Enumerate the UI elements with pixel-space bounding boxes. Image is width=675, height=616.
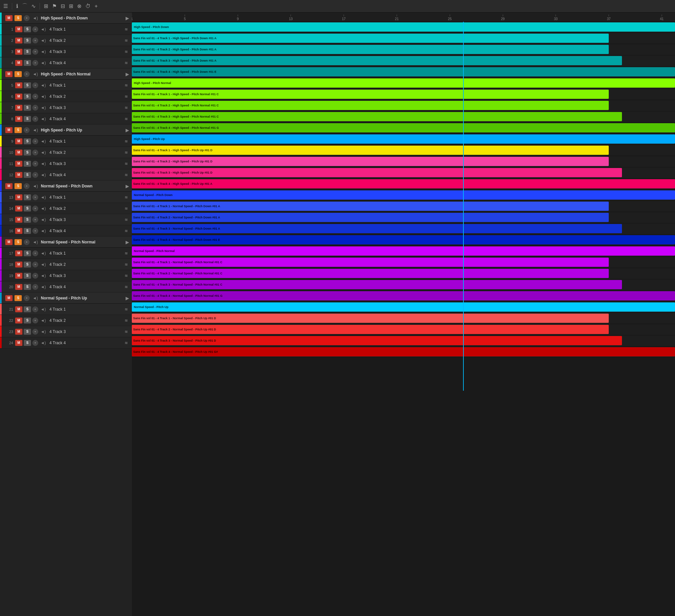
group-clip-g5[interactable]: Normal Speed - Pitch Normal	[132, 246, 675, 256]
clip-track-15[interactable]: Sans Fin vol 01 - 4 Track 3 - Normal Spe…	[132, 224, 622, 233]
group-solo-button-g1[interactable]: S	[14, 15, 22, 21]
clip-track-1[interactable]: Sans Fin vol 01 - 4 Track 1 - High Speed…	[132, 33, 609, 43]
track-mute-button-17[interactable]: M	[15, 250, 22, 256]
track-solo-button-21[interactable]: S	[24, 306, 31, 312]
track-solo-button-9[interactable]: S	[24, 138, 31, 144]
track-solo-button-17[interactable]: S	[24, 250, 31, 256]
track-solo-button-10[interactable]: S	[24, 150, 31, 156]
group-folder-icon-g5[interactable]: ▶	[126, 240, 129, 245]
track-solo-button-5[interactable]: S	[24, 82, 31, 88]
clip-track-6[interactable]: Sans Fin vol 01 - 4 Track 2 - High Speed…	[132, 101, 609, 110]
clip-track-2[interactable]: Sans Fin vol 01 - 4 Track 2 - High Speed…	[132, 45, 609, 54]
track-solo-button-23[interactable]: S	[24, 329, 31, 335]
group-clip-g3[interactable]: High Speed - Pitch Up	[132, 135, 675, 144]
track-arm-button-22[interactable]	[32, 318, 38, 324]
track-monitor-button-24[interactable]: ◄)	[40, 340, 47, 346]
group-mute-button-g4[interactable]: M	[5, 183, 12, 189]
clip-track-7[interactable]: Sans Fin vol 01 - 4 Track 3 - High Speed…	[132, 112, 622, 121]
add-icon[interactable]: +	[95, 3, 97, 9]
track-mute-button-5[interactable]: M	[15, 82, 22, 88]
track-mute-button-14[interactable]: M	[15, 205, 22, 211]
track-arm-button-24[interactable]	[32, 340, 38, 346]
clip-track-18[interactable]: Sans Fin vol 01 - 4 Track 2 - Normal Spe…	[132, 269, 609, 278]
track-arm-button-4[interactable]	[32, 60, 38, 66]
track-solo-button-14[interactable]: S	[24, 205, 31, 211]
track-arm-button-14[interactable]	[32, 205, 38, 211]
clip-track-11[interactable]: Sans Fin vol 01 - 4 Track 3 - High Speed…	[132, 168, 622, 177]
track-mute-button-15[interactable]: M	[15, 217, 22, 223]
group-arm-button-g3[interactable]	[24, 127, 30, 133]
grid-icon[interactable]: ⊞	[44, 3, 48, 9]
track-monitor-button-15[interactable]: ◄)	[40, 217, 47, 223]
group-folder-icon-g4[interactable]: ▶	[126, 183, 129, 189]
track-mute-button-3[interactable]: M	[15, 49, 22, 55]
group-row-g6[interactable]: MS◄)Normal Speed - Pitch Up▶	[0, 292, 132, 304]
track-monitor-button-13[interactable]: ◄)	[40, 194, 47, 200]
loop-icon[interactable]: ⊗	[77, 3, 81, 9]
group-mute-button-g2[interactable]: M	[5, 71, 12, 77]
track-monitor-button-8[interactable]: ◄)	[40, 116, 47, 122]
track-solo-button-1[interactable]: S	[24, 26, 31, 32]
group-mute-button-g1[interactable]: M	[5, 15, 12, 21]
track-mute-button-6[interactable]: M	[15, 94, 22, 99]
track-mute-button-21[interactable]: M	[15, 306, 22, 312]
group-clip-g6[interactable]: Normal Speed - Pitch Up	[132, 302, 675, 312]
track-solo-button-2[interactable]: S	[24, 37, 31, 43]
clip-track-24[interactable]: Sans Fin vol 01 - 4 Track 4 - Normal Spe…	[132, 347, 675, 356]
track-arm-button-18[interactable]	[32, 262, 38, 267]
group-solo-button-g3[interactable]: S	[14, 127, 22, 133]
track-arm-button-20[interactable]	[32, 284, 38, 290]
track-monitor-button-7[interactable]: ◄)	[40, 105, 47, 111]
track-monitor-button-1[interactable]: ◄)	[40, 26, 47, 32]
track-monitor-button-16[interactable]: ◄)	[40, 228, 47, 234]
group-monitor-button-g6[interactable]: ◄)	[31, 295, 39, 301]
clip-track-9[interactable]: Sans Fin vol 01 - 4 Track 1 - High Speed…	[132, 146, 609, 155]
track-solo-button-24[interactable]: S	[24, 340, 31, 346]
track-mute-button-22[interactable]: M	[15, 318, 22, 324]
track-mute-button-13[interactable]: M	[15, 194, 22, 200]
track-mute-button-19[interactable]: M	[15, 273, 22, 279]
clip-track-4[interactable]: Sans Fin vol 01 - 4 Track 4 - High Speed…	[132, 67, 675, 76]
track-solo-button-16[interactable]: S	[24, 228, 31, 234]
group-arm-button-g4[interactable]	[24, 183, 30, 189]
track-arm-button-23[interactable]	[32, 329, 38, 335]
timeline-tracks[interactable]: High Speed - Pitch DownSans Fin vol 01 -…	[132, 22, 675, 616]
track-mute-button-23[interactable]: M	[15, 329, 22, 335]
track-arm-button-5[interactable]	[32, 82, 38, 88]
track-mute-button-12[interactable]: M	[15, 172, 22, 178]
wave-icon[interactable]: ∿	[31, 3, 35, 9]
group-row-g5[interactable]: MS◄)Normal Speed - Pitch Normal▶	[0, 237, 132, 248]
track-monitor-button-19[interactable]: ◄)	[40, 273, 47, 279]
group-folder-icon-g3[interactable]: ▶	[126, 127, 129, 133]
track-mute-button-16[interactable]: M	[15, 228, 22, 234]
group-row-g3[interactable]: MS◄)High Speed - Pitch Up▶	[0, 124, 132, 136]
clip-track-13[interactable]: Sans Fin vol 01 - 4 Track 1 - Normal Spe…	[132, 202, 609, 211]
group-solo-button-g5[interactable]: S	[14, 239, 22, 245]
clip-track-16[interactable]: Sans Fin vol 01 - 4 Track 4 - Normal Spe…	[132, 235, 675, 244]
track-monitor-button-3[interactable]: ◄)	[40, 49, 47, 55]
track-arm-button-21[interactable]	[32, 306, 38, 312]
group-folder-icon-g1[interactable]: ▶	[126, 15, 129, 21]
info-icon[interactable]: ℹ	[16, 3, 18, 9]
track-mute-button-7[interactable]: M	[15, 105, 22, 111]
group-arm-button-g2[interactable]	[24, 71, 30, 77]
track-arm-button-1[interactable]	[32, 26, 38, 32]
track-arm-button-16[interactable]	[32, 228, 38, 234]
track-mute-button-2[interactable]: M	[15, 37, 22, 43]
group-folder-icon-g6[interactable]: ▶	[126, 295, 129, 301]
clip-track-22[interactable]: Sans Fin vol 01 - 4 Track 2 - Normal Spe…	[132, 325, 609, 334]
clip-track-14[interactable]: Sans Fin vol 01 - 4 Track 2 - Normal Spe…	[132, 213, 609, 222]
track-mute-button-11[interactable]: M	[15, 161, 22, 167]
group-solo-button-g2[interactable]: S	[14, 71, 22, 77]
track-arm-button-7[interactable]	[32, 105, 38, 111]
track-arm-button-10[interactable]	[32, 150, 38, 156]
track-mute-button-18[interactable]: M	[15, 262, 22, 267]
track-arm-button-13[interactable]	[32, 194, 38, 200]
group-arm-button-g5[interactable]	[24, 239, 30, 245]
group-mute-button-g6[interactable]: M	[5, 295, 12, 301]
track-monitor-button-22[interactable]: ◄)	[40, 318, 47, 324]
menu-icon[interactable]: ☰	[3, 3, 8, 9]
track-solo-button-22[interactable]: S	[24, 318, 31, 324]
group-clip-g4[interactable]: Normal Speed - Pitch Down	[132, 190, 675, 200]
track-arm-button-6[interactable]	[32, 94, 38, 99]
